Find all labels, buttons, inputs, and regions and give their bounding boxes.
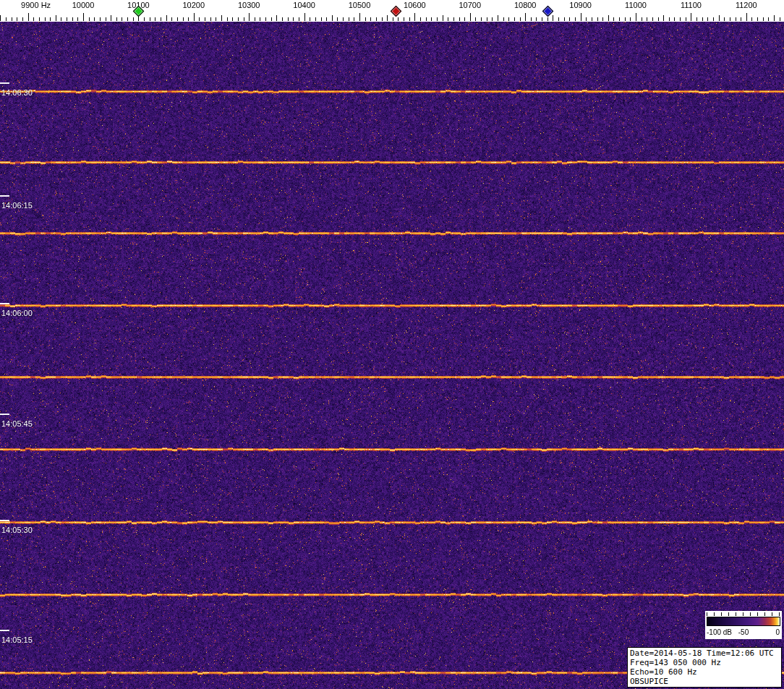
frequency-ruler: 9900 Hz100001010010200103001040010500106… <box>0 0 784 22</box>
legend-tick <box>757 612 758 616</box>
legend-tick <box>707 612 707 616</box>
legend-tick <box>779 612 780 616</box>
legend-tick <box>721 612 722 616</box>
frequency-tick-label: 11000 <box>625 1 647 9</box>
legend-label-min: -100 dB <box>707 628 732 636</box>
info-line: Echo=10 600 Hz <box>630 667 779 677</box>
observation-info-box: Date=2014-05-18 Time=12:06 UTCFreq=143 0… <box>627 647 782 688</box>
frequency-tick-label: 9900 Hz <box>21 1 51 9</box>
legend-tick <box>764 612 765 616</box>
frequency-tick-label: 10600 <box>404 1 426 9</box>
intensity-gradient-frame <box>707 617 780 626</box>
legend-tick <box>736 612 736 616</box>
frequency-tick-label: 10200 <box>183 1 205 9</box>
frequency-tick-label: 10900 <box>569 1 592 9</box>
frequency-tick-label: 10400 <box>293 1 315 9</box>
legend-tick <box>750 612 751 616</box>
legend-labels: -100 dB -50 0 <box>705 628 782 638</box>
info-line: Date=2014-05-18 Time=12:06 UTC <box>630 649 779 658</box>
legend-label-max: 0 <box>775 628 780 636</box>
frequency-tick-label: 11200 <box>736 1 757 9</box>
intensity-legend: -100 dB -50 0 <box>705 611 782 639</box>
spectrogram-app: 9900 Hz100001010010200103001040010500106… <box>0 0 784 689</box>
frequency-tick-label: 11100 <box>681 1 702 9</box>
legend-tick-row <box>707 612 780 616</box>
frequency-tick-label: 10000 <box>72 1 95 9</box>
frequency-tick-label: 10700 <box>459 1 482 9</box>
legend-tick <box>714 612 715 616</box>
legend-tick <box>743 612 743 616</box>
legend-tick <box>728 612 729 616</box>
intensity-gradient-bar <box>707 617 780 625</box>
legend-label-mid: -50 <box>738 628 749 636</box>
frequency-tick-label: 10500 <box>349 1 371 9</box>
frequency-tick-label: 10300 <box>238 1 260 9</box>
info-line: Freq=143 050 000 Hz <box>630 658 779 667</box>
spectrogram-canvas[interactable] <box>0 22 784 689</box>
frequency-tick-label: 10800 <box>514 1 537 9</box>
legend-tick <box>772 612 772 616</box>
info-line: OBSUPICE <box>630 677 779 686</box>
